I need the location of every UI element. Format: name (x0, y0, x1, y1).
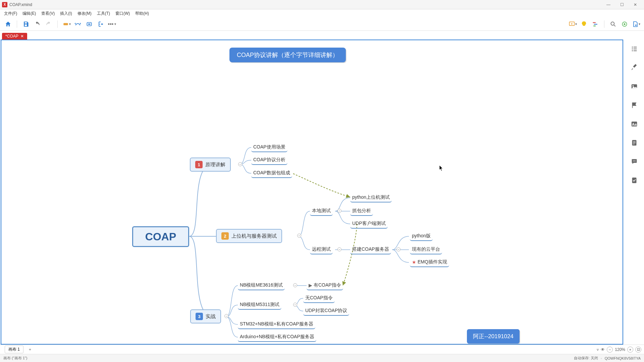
format-button[interactable] (630, 63, 639, 72)
sheet-tab[interactable]: 画布 1 (5, 346, 23, 353)
toggle-icon[interactable]: − (396, 247, 400, 251)
redo-icon (45, 21, 52, 27)
leaf-node[interactable]: COAP数据包组成 (251, 169, 292, 178)
leaf-node[interactable]: UDP封装COAP协议 (303, 306, 349, 316)
leaf-node[interactable]: NB模组M5311测试 (238, 300, 281, 310)
brainstorm-button[interactable] (579, 19, 589, 29)
statusbar: 画布 ("画布 1") 自动保存: 关闭 ◦ QOWFNQK8V58ITYA (0, 354, 644, 362)
font-button[interactable]: Aa (630, 119, 639, 129)
image-button[interactable] (630, 82, 639, 91)
svg-point-12 (633, 85, 634, 86)
task-button[interactable] (630, 176, 639, 185)
home-button[interactable] (3, 19, 13, 29)
outline-icon (631, 45, 638, 53)
present-button[interactable]: ▾ (568, 19, 577, 29)
menu-file[interactable]: 文件(F) (1, 10, 20, 17)
leaf-node[interactable]: COAP使用场景 (251, 143, 287, 152)
close-button[interactable]: ✕ (629, 0, 642, 9)
branch-node-1[interactable]: 1 原理讲解 (190, 158, 231, 172)
summary-button[interactable] (96, 19, 105, 29)
add-sheet-button[interactable]: + (25, 347, 35, 353)
canvas[interactable]: COAP协议讲解（逐个字节详细讲解） COAP (1, 40, 623, 345)
flag-icon (631, 102, 638, 109)
toggle-icon[interactable]: − (238, 162, 242, 166)
title-node[interactable]: COAP协议讲解（逐个字节详细讲解） (229, 48, 346, 62)
more-button[interactable]: ••• ▾ (107, 19, 117, 29)
home-icon (5, 21, 11, 27)
sheetbar: 画布 1 + ▿ 👁 − 120% + ⊡ (0, 345, 644, 354)
flag-icon: ▶ (309, 283, 312, 288)
svg-point-18 (635, 161, 636, 161)
search-button[interactable] (608, 19, 618, 29)
save-button[interactable] (21, 19, 31, 29)
topic-button[interactable]: ▾ (62, 19, 71, 29)
minimize-button[interactable]: — (602, 0, 615, 9)
app-logo: X (2, 2, 7, 7)
leaf-node[interactable]: UDP客户端测试 (350, 219, 388, 229)
leaf-node[interactable]: python版 (410, 232, 433, 241)
comments-button[interactable] (630, 157, 639, 166)
toggle-icon[interactable]: − (337, 209, 341, 213)
zoom-out-button[interactable]: − (607, 347, 613, 353)
search-icon (610, 21, 616, 27)
marker-button[interactable] (630, 101, 639, 110)
toggle-icon[interactable]: − (224, 314, 228, 318)
relationship-button[interactable] (73, 19, 83, 29)
autosave-status: 自动保存: 关闭 (574, 356, 598, 361)
leaf-node[interactable]: STM32+NB模组+私有COAP服务器 (238, 320, 315, 329)
export-button[interactable]: ▾ (631, 19, 641, 29)
leaf-node[interactable]: python上位机测试 (350, 193, 392, 202)
menu-modify[interactable]: 修改(M) (75, 10, 94, 17)
visibility-icon[interactable]: 👁 (601, 347, 605, 352)
menu-view[interactable]: 查看(V) (39, 10, 57, 17)
leaf-node[interactable]: 无COAP指令 (303, 294, 335, 303)
zoom-in-button[interactable]: + (627, 347, 633, 353)
leaf-node[interactable]: Arduino+NB模组+私有COAP服务器 (238, 333, 316, 342)
leaf-node[interactable]: 远程测试 (310, 245, 333, 254)
leaf-node[interactable]: ★EMQ插件实现 (410, 258, 449, 267)
maximize-button[interactable]: ☐ (615, 0, 629, 9)
redo-button[interactable] (44, 19, 53, 29)
svg-point-8 (611, 22, 614, 25)
root-node[interactable]: COAP (132, 226, 189, 247)
leaf-node[interactable]: 现有的云平台 (410, 245, 442, 254)
document-tab[interactable]: *COAP ✕ (2, 33, 27, 40)
filter-icon[interactable]: ▿ (597, 347, 599, 352)
leaf-node[interactable]: 搭建COAP服务器 (350, 245, 391, 254)
menu-tools[interactable]: 工具(T) (94, 10, 113, 17)
outline-button[interactable] (630, 44, 639, 54)
menu-window[interactable]: 窗口(W) (113, 10, 132, 17)
branch-node-3[interactable]: 3 实战 (190, 309, 221, 323)
toggle-icon[interactable]: − (297, 234, 301, 238)
toggle-icon[interactable]: − (293, 303, 297, 307)
menubar: 文件(F) 编辑(E) 查看(V) 插入(I) 修改(M) 工具(T) 窗口(W… (0, 9, 644, 17)
share-button[interactable] (620, 19, 629, 29)
boundary-button[interactable] (85, 19, 94, 29)
fit-button[interactable]: ⊡ (635, 347, 641, 353)
toggle-icon[interactable]: − (337, 247, 341, 251)
leaf-node[interactable]: 本地测试 (310, 206, 333, 216)
branch-node-2[interactable]: 2 上位机与服务器测试 (216, 229, 282, 243)
gantt-icon (592, 21, 599, 27)
menu-edit[interactable]: 编辑(E) (20, 10, 39, 17)
gantt-button[interactable] (591, 19, 600, 29)
zoom-value: 120% (615, 347, 625, 352)
leaf-node[interactable]: COAP协议分析 (251, 156, 287, 165)
undo-button[interactable] (33, 19, 42, 29)
svg-rect-2 (88, 23, 91, 24)
leaf-node[interactable]: NB模组ME3616测试 (238, 281, 285, 290)
cursor-icon (439, 165, 444, 172)
leaf-node[interactable]: ▶有COAP指令 (307, 281, 343, 290)
tab-label: *COAP (5, 34, 18, 39)
task-icon (631, 177, 638, 184)
floating-label[interactable]: 阿正--20191024 (467, 329, 520, 344)
svg-rect-19 (632, 178, 637, 183)
menu-help[interactable]: 帮助(H) (132, 10, 152, 17)
leaf-node[interactable]: 抓包分析 (350, 206, 373, 216)
menu-insert[interactable]: 插入(I) (57, 10, 74, 17)
tab-close-icon[interactable]: ✕ (20, 34, 24, 39)
svg-text:Aa: Aa (632, 122, 637, 126)
notes-button[interactable] (630, 138, 639, 147)
side-panel: Aa (625, 40, 644, 345)
toggle-icon[interactable]: − (293, 283, 297, 287)
